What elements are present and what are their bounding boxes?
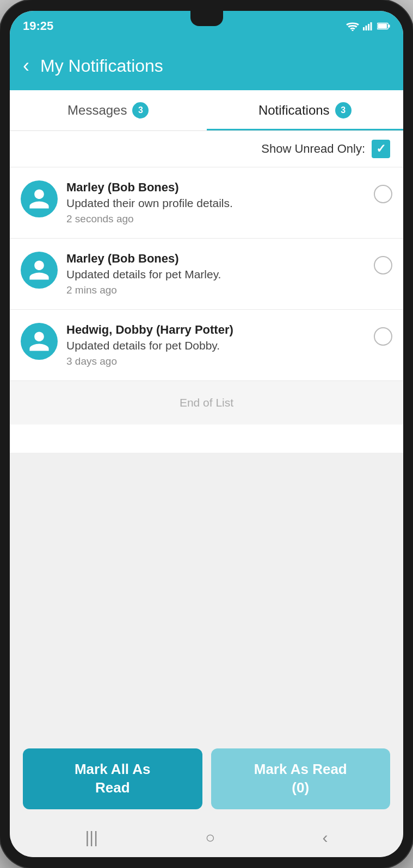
- phone-screen: 19:25: [10, 11, 403, 857]
- svg-rect-1: [363, 27, 365, 30]
- tab-messages-badge: 3: [132, 102, 149, 118]
- notif-name: Marley (Bob Bones): [66, 180, 365, 195]
- notif-name: Hedwig, Dobby (Harry Potter): [66, 323, 365, 337]
- show-unread-label: Show Unread Only:: [261, 142, 365, 156]
- notification-content: Marley (Bob Bones) Updated their own pro…: [66, 180, 365, 225]
- bottom-nav: ||| ○ ‹: [10, 818, 403, 857]
- back-button[interactable]: ‹: [23, 56, 29, 76]
- svg-rect-4: [371, 22, 372, 30]
- notification-content: Hedwig, Dobby (Harry Potter) Updated det…: [66, 323, 365, 367]
- notification-item: Marley (Bob Bones) Updated details for p…: [10, 239, 403, 310]
- battery-icon: [377, 22, 390, 30]
- show-unread-checkbox[interactable]: [372, 140, 390, 158]
- signal-icon: [363, 21, 374, 31]
- app-header: ‹ My Notifications: [10, 41, 403, 90]
- svg-rect-2: [366, 26, 367, 30]
- notif-time: 3 days ago: [66, 355, 365, 367]
- notif-name: Marley (Bob Bones): [66, 252, 365, 266]
- menu-nav-icon[interactable]: |||: [85, 828, 98, 847]
- home-nav-icon[interactable]: ○: [205, 828, 215, 847]
- avatar: [21, 180, 58, 217]
- notification-item: Marley (Bob Bones) Updated their own pro…: [10, 167, 403, 239]
- tab-messages-label: Messages: [67, 103, 127, 118]
- wifi-icon: [346, 21, 360, 31]
- empty-space: [10, 453, 403, 738]
- filter-row: Show Unread Only:: [10, 131, 403, 167]
- notif-message: Updated details for pet Marley.: [66, 268, 365, 281]
- svg-rect-7: [378, 24, 387, 28]
- avatar: [21, 323, 58, 360]
- user-icon: [27, 329, 51, 353]
- tab-notifications-badge: 3: [335, 102, 352, 118]
- tab-messages[interactable]: Messages 3: [10, 90, 207, 130]
- svg-rect-3: [368, 24, 369, 30]
- notification-item: Hedwig, Dobby (Harry Potter) Updated det…: [10, 310, 403, 381]
- mark-as-read-button[interactable]: Mark As Read(0): [211, 748, 391, 809]
- notif-message: Updated their own profile details.: [66, 197, 365, 210]
- notif-message: Updated details for pet Dobby.: [66, 339, 365, 352]
- notif-time: 2 seconds ago: [66, 213, 365, 225]
- bottom-buttons: Mark All AsRead Mark As Read(0): [10, 738, 403, 818]
- notification-radio[interactable]: [374, 256, 392, 274]
- status-time: 19:25: [23, 19, 346, 33]
- notification-radio[interactable]: [374, 327, 392, 346]
- page-title: My Notifications: [40, 56, 163, 76]
- tab-bar: Messages 3 Notifications 3: [10, 90, 403, 131]
- phone-frame: 19:25: [0, 0, 413, 868]
- user-icon: [27, 187, 51, 211]
- svg-rect-6: [389, 24, 390, 28]
- notch: [190, 11, 223, 26]
- back-nav-icon[interactable]: ‹: [322, 828, 328, 847]
- tab-notifications[interactable]: Notifications 3: [207, 90, 404, 130]
- status-icons: [346, 21, 390, 31]
- end-of-list: End of List: [10, 381, 403, 424]
- notification-radio[interactable]: [374, 185, 392, 203]
- avatar: [21, 252, 58, 289]
- notification-content: Marley (Bob Bones) Updated details for p…: [66, 252, 365, 296]
- notif-time: 2 mins ago: [66, 284, 365, 296]
- notification-list: Marley (Bob Bones) Updated their own pro…: [10, 167, 403, 453]
- tab-notifications-label: Notifications: [258, 103, 330, 118]
- user-icon: [27, 258, 51, 282]
- svg-point-0: [352, 30, 353, 32]
- mark-all-as-read-button[interactable]: Mark All AsRead: [23, 748, 202, 809]
